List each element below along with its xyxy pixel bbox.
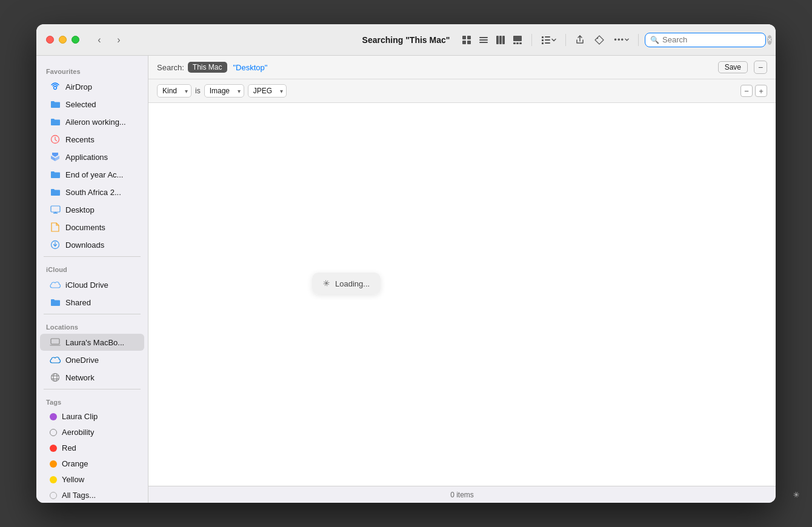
search-scope-this-mac[interactable]: This Mac (188, 62, 227, 73)
svg-rect-1 (467, 36, 471, 39)
kind-select[interactable]: Kind (157, 84, 191, 98)
sidebar-item-documents[interactable]: Documents (40, 219, 144, 236)
onedrive-icon (50, 354, 61, 365)
search-box[interactable]: 🔍 ✕ (645, 33, 766, 47)
sidebar-item-tag-orange-label: Orange (62, 459, 88, 468)
svg-rect-9 (502, 36, 505, 44)
sidebar-item-airdrop-label: AirDrop (65, 82, 92, 91)
traffic-lights (46, 36, 79, 44)
sidebar-item-tag-laura[interactable]: Laura Clip (40, 409, 144, 424)
search-input[interactable] (662, 35, 764, 44)
sidebar-item-onedrive-label: OneDrive (65, 356, 99, 365)
sidebar-item-network-label: Network (65, 373, 95, 382)
search-clear-button[interactable]: ✕ (767, 35, 772, 45)
svg-rect-2 (462, 41, 466, 44)
sidebar-item-airdrop[interactable]: AirDrop (40, 78, 144, 95)
type-select[interactable]: Image (204, 84, 244, 98)
filter-row: Kind is Image JPEG − + (148, 79, 776, 103)
sidebar-item-lauras-macbook-label: Laura's MacBo... (65, 338, 124, 347)
sidebar-item-applications[interactable]: Applications (40, 148, 144, 165)
status-text: 0 items (450, 491, 474, 499)
subtype-select-wrapper[interactable]: JPEG (248, 84, 287, 98)
desktop-icon (50, 204, 61, 215)
sidebar-item-endofyear[interactable]: End of year Ac... (40, 166, 144, 183)
gallery-view-button[interactable] (510, 33, 525, 47)
subtype-select[interactable]: JPEG (248, 84, 287, 98)
icon-view-button[interactable] (459, 33, 474, 47)
share-button[interactable] (572, 33, 588, 47)
sidebar-item-icloud-drive-label: iCloud Drive (65, 280, 108, 290)
forward-button[interactable]: › (111, 32, 127, 48)
sidebar-item-onedrive[interactable]: OneDrive (40, 351, 144, 368)
locations-section-label: Locations (36, 317, 148, 333)
save-button[interactable]: Save (718, 61, 748, 73)
sidebar-item-desktop[interactable]: Desktop (40, 201, 144, 218)
sidebar-item-tag-yellow[interactable]: Yellow (40, 472, 144, 487)
filter-actions: − + (740, 85, 767, 97)
applications-icon (50, 151, 61, 162)
status-bar: 0 items ✳ (148, 486, 776, 503)
search-scope-bar: Search: This Mac "Desktop" Save − (148, 56, 776, 79)
shared-icon (50, 297, 61, 308)
sidebar-item-shared[interactable]: Shared (40, 294, 144, 311)
sidebar-item-network[interactable]: Network (40, 369, 144, 386)
sidebar-item-recents-label: Recents (65, 135, 95, 144)
tag-orange-dot (50, 460, 57, 468)
more-button[interactable]: ••• (611, 33, 632, 47)
right-panel: Search: This Mac "Desktop" Save − Kind i… (148, 56, 776, 503)
sidebar-item-icloud-drive[interactable]: iCloud Drive (40, 276, 144, 293)
svg-rect-15 (542, 39, 544, 41)
tags-section-label: Tags (36, 393, 148, 408)
titlebar: ‹ › Searching "This Mac" (36, 24, 776, 56)
filter-add-button[interactable]: + (755, 85, 767, 97)
svg-rect-16 (542, 42, 544, 44)
sidebar-item-recents[interactable]: Recents (40, 131, 144, 148)
sidebar-item-tag-aerobility[interactable]: Aerobility (40, 425, 144, 440)
svg-rect-17 (545, 36, 550, 38)
sidebar-item-tag-all[interactable]: All Tags... (40, 488, 144, 503)
search-scope-desktop[interactable]: "Desktop" (231, 62, 270, 73)
svg-point-20 (597, 37, 598, 38)
sidebar-item-lauras-macbook[interactable]: Laura's MacBo... (40, 334, 144, 351)
svg-point-28 (52, 374, 59, 382)
save-minus-button[interactable]: − (754, 61, 767, 74)
sidebar-item-tag-red[interactable]: Red (40, 440, 144, 456)
favourites-section-label: Favourites (36, 62, 148, 78)
tag-aerobility-dot (50, 429, 57, 436)
macbook-icon (50, 337, 61, 348)
icloud-section-label: iCloud (36, 260, 148, 276)
sidebar-item-tag-laura-label: Laura Clip (62, 412, 98, 421)
sidebar-item-aileron[interactable]: Aileron working... (40, 113, 144, 130)
svg-rect-27 (51, 339, 59, 344)
downloads-icon (50, 239, 61, 250)
tag-laura-dot (50, 413, 57, 420)
column-view-button[interactable] (493, 33, 508, 47)
endofyear-folder-icon (50, 169, 61, 180)
svg-point-29 (53, 374, 57, 382)
list-view-button[interactable] (476, 33, 491, 47)
svg-rect-0 (462, 36, 466, 39)
sidebar-item-downloads[interactable]: Downloads (40, 236, 144, 253)
sidebar-item-documents-label: Documents (65, 223, 105, 232)
close-button[interactable] (46, 36, 54, 44)
sidebar-item-tag-all-label: All Tags... (62, 491, 96, 500)
sidebar-item-selected[interactable]: Selected (40, 96, 144, 113)
minimize-button[interactable] (59, 36, 67, 44)
window-title: Searching "This Mac" (362, 35, 450, 45)
sidebar-item-tag-orange[interactable]: Orange (40, 456, 144, 471)
toolbar-right: ••• 🔍 ✕ (459, 33, 766, 47)
svg-rect-4 (479, 37, 488, 38)
divider-1 (44, 256, 141, 257)
finder-window: ‹ › Searching "This Mac" (36, 24, 776, 503)
svg-rect-25 (55, 212, 56, 213)
group-button[interactable] (538, 33, 559, 47)
tag-button[interactable] (591, 33, 607, 47)
nav-buttons: ‹ › (92, 32, 127, 48)
type-select-wrapper[interactable]: Image (204, 84, 244, 98)
sidebar-item-shared-label: Shared (65, 298, 91, 307)
kind-select-wrapper[interactable]: Kind (157, 84, 191, 98)
maximize-button[interactable] (72, 36, 79, 44)
sidebar-item-southafrica[interactable]: South Africa 2... (40, 184, 144, 201)
filter-remove-button[interactable]: − (740, 85, 753, 97)
back-button[interactable]: ‹ (92, 32, 107, 48)
